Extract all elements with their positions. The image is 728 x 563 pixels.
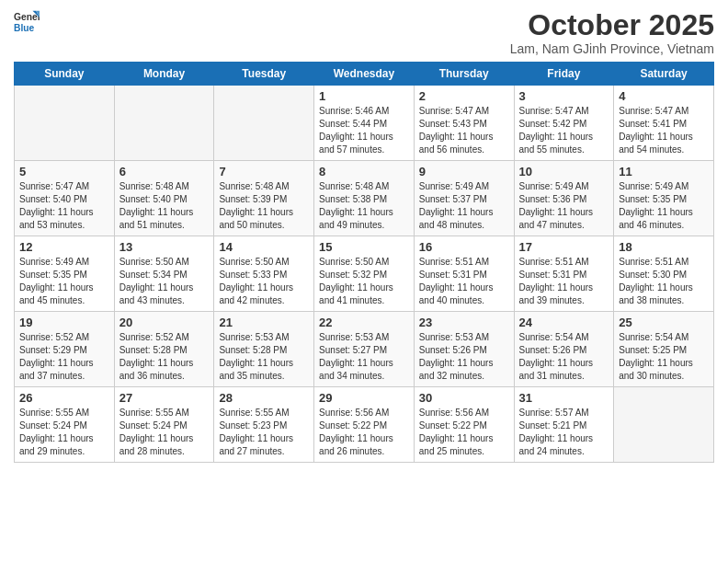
day-number: 27 — [119, 391, 210, 405]
month-title: October 2025 — [510, 9, 714, 41]
day-info: Sunrise: 5:49 AMSunset: 5:37 PMDaylight:… — [419, 180, 509, 232]
calendar-empty-cell — [614, 387, 714, 463]
day-number: 13 — [119, 240, 210, 254]
calendar-day-22: 22Sunrise: 5:53 AMSunset: 5:27 PMDayligh… — [314, 312, 415, 387]
day-number: 1 — [319, 89, 409, 103]
day-number: 2 — [419, 89, 509, 103]
day-number: 15 — [319, 240, 409, 254]
calendar-day-20: 20Sunrise: 5:52 AMSunset: 5:28 PMDayligh… — [114, 312, 214, 387]
weekday-header-row: SundayMondayTuesdayWednesdayThursdayFrid… — [15, 63, 714, 86]
calendar-day-23: 23Sunrise: 5:53 AMSunset: 5:26 PMDayligh… — [414, 312, 514, 387]
day-number: 14 — [219, 240, 309, 254]
day-info: Sunrise: 5:49 AMSunset: 5:36 PMDaylight:… — [519, 180, 609, 232]
day-number: 28 — [219, 391, 309, 405]
day-number: 16 — [419, 240, 509, 254]
calendar-week-row: 19Sunrise: 5:52 AMSunset: 5:29 PMDayligh… — [15, 312, 714, 387]
day-number: 21 — [219, 316, 309, 329]
day-number: 7 — [219, 165, 309, 178]
calendar-empty-cell — [114, 86, 214, 161]
day-number: 10 — [519, 165, 609, 178]
day-number: 24 — [519, 316, 609, 329]
calendar-day-12: 12Sunrise: 5:49 AMSunset: 5:35 PMDayligh… — [15, 236, 115, 312]
calendar-day-4: 4Sunrise: 5:47 AMSunset: 5:41 PMDaylight… — [614, 86, 714, 161]
day-number: 5 — [19, 165, 109, 178]
weekday-header-thursday: Thursday — [414, 63, 514, 86]
day-info: Sunrise: 5:54 AMSunset: 5:26 PMDaylight:… — [519, 331, 609, 383]
day-info: Sunrise: 5:57 AMSunset: 5:21 PMDaylight:… — [519, 407, 609, 458]
day-info: Sunrise: 5:52 AMSunset: 5:29 PMDaylight:… — [19, 331, 109, 383]
day-number: 11 — [619, 165, 709, 178]
weekday-header-friday: Friday — [514, 63, 614, 86]
day-info: Sunrise: 5:53 AMSunset: 5:26 PMDaylight:… — [419, 331, 509, 383]
weekday-header-saturday: Saturday — [614, 63, 714, 86]
day-info: Sunrise: 5:56 AMSunset: 5:22 PMDaylight:… — [419, 407, 509, 458]
day-info: Sunrise: 5:50 AMSunset: 5:32 PMDaylight:… — [319, 256, 409, 307]
calendar-day-7: 7Sunrise: 5:48 AMSunset: 5:39 PMDaylight… — [214, 161, 314, 236]
calendar-day-3: 3Sunrise: 5:47 AMSunset: 5:42 PMDaylight… — [514, 86, 614, 161]
day-number: 18 — [619, 240, 709, 254]
day-info: Sunrise: 5:49 AMSunset: 5:35 PMDaylight:… — [619, 180, 709, 232]
calendar-week-row: 12Sunrise: 5:49 AMSunset: 5:35 PMDayligh… — [15, 236, 714, 312]
day-number: 8 — [319, 165, 409, 178]
calendar-day-5: 5Sunrise: 5:47 AMSunset: 5:40 PMDaylight… — [15, 161, 115, 236]
calendar-day-24: 24Sunrise: 5:54 AMSunset: 5:26 PMDayligh… — [514, 312, 614, 387]
day-info: Sunrise: 5:47 AMSunset: 5:43 PMDaylight:… — [419, 105, 509, 156]
calendar-day-30: 30Sunrise: 5:56 AMSunset: 5:22 PMDayligh… — [414, 387, 514, 463]
svg-text:Blue: Blue — [14, 23, 35, 33]
calendar-day-9: 9Sunrise: 5:49 AMSunset: 5:37 PMDaylight… — [414, 161, 514, 236]
day-number: 17 — [519, 240, 609, 254]
calendar-day-1: 1Sunrise: 5:46 AMSunset: 5:44 PMDaylight… — [314, 86, 415, 161]
calendar-week-row: 26Sunrise: 5:55 AMSunset: 5:24 PMDayligh… — [15, 387, 714, 463]
day-info: Sunrise: 5:51 AMSunset: 5:31 PMDaylight:… — [419, 256, 509, 307]
title-area: October 2025 Lam, Nam GJinh Province, Vi… — [510, 9, 714, 56]
day-info: Sunrise: 5:52 AMSunset: 5:28 PMDaylight:… — [119, 331, 210, 383]
day-number: 31 — [519, 391, 609, 405]
weekday-header-monday: Monday — [114, 63, 214, 86]
weekday-header-tuesday: Tuesday — [214, 63, 314, 86]
day-info: Sunrise: 5:47 AMSunset: 5:40 PMDaylight:… — [19, 180, 109, 232]
day-number: 3 — [519, 89, 609, 103]
calendar-day-10: 10Sunrise: 5:49 AMSunset: 5:36 PMDayligh… — [514, 161, 614, 236]
day-number: 25 — [619, 316, 709, 329]
calendar-day-18: 18Sunrise: 5:51 AMSunset: 5:30 PMDayligh… — [614, 236, 714, 312]
day-number: 6 — [119, 165, 210, 178]
calendar-week-row: 5Sunrise: 5:47 AMSunset: 5:40 PMDaylight… — [15, 161, 714, 236]
day-number: 9 — [419, 165, 509, 178]
day-info: Sunrise: 5:50 AMSunset: 5:34 PMDaylight:… — [119, 256, 210, 307]
calendar-empty-cell — [214, 86, 314, 161]
day-info: Sunrise: 5:51 AMSunset: 5:31 PMDaylight:… — [519, 256, 609, 307]
day-number: 19 — [19, 316, 109, 329]
calendar-day-16: 16Sunrise: 5:51 AMSunset: 5:31 PMDayligh… — [414, 236, 514, 312]
day-number: 12 — [19, 240, 109, 254]
day-number: 23 — [419, 316, 509, 329]
calendar-empty-cell — [15, 86, 115, 161]
day-info: Sunrise: 5:46 AMSunset: 5:44 PMDaylight:… — [319, 105, 409, 156]
day-number: 29 — [319, 391, 409, 405]
calendar-day-31: 31Sunrise: 5:57 AMSunset: 5:21 PMDayligh… — [514, 387, 614, 463]
day-info: Sunrise: 5:48 AMSunset: 5:40 PMDaylight:… — [119, 180, 210, 232]
day-info: Sunrise: 5:50 AMSunset: 5:33 PMDaylight:… — [219, 256, 309, 307]
day-info: Sunrise: 5:54 AMSunset: 5:25 PMDaylight:… — [619, 331, 709, 383]
day-info: Sunrise: 5:56 AMSunset: 5:22 PMDaylight:… — [319, 407, 409, 458]
calendar-week-row: 1Sunrise: 5:46 AMSunset: 5:44 PMDaylight… — [15, 86, 714, 161]
calendar-day-2: 2Sunrise: 5:47 AMSunset: 5:43 PMDaylight… — [414, 86, 514, 161]
calendar-day-15: 15Sunrise: 5:50 AMSunset: 5:32 PMDayligh… — [314, 236, 415, 312]
calendar-day-29: 29Sunrise: 5:56 AMSunset: 5:22 PMDayligh… — [314, 387, 415, 463]
calendar-table: SundayMondayTuesdayWednesdayThursdayFrid… — [14, 62, 714, 463]
day-number: 30 — [419, 391, 509, 405]
calendar-day-17: 17Sunrise: 5:51 AMSunset: 5:31 PMDayligh… — [514, 236, 614, 312]
calendar-day-13: 13Sunrise: 5:50 AMSunset: 5:34 PMDayligh… — [114, 236, 214, 312]
day-info: Sunrise: 5:48 AMSunset: 5:39 PMDaylight:… — [219, 180, 309, 232]
day-info: Sunrise: 5:53 AMSunset: 5:28 PMDaylight:… — [219, 331, 309, 383]
weekday-header-wednesday: Wednesday — [314, 63, 415, 86]
day-info: Sunrise: 5:47 AMSunset: 5:42 PMDaylight:… — [519, 105, 609, 156]
day-info: Sunrise: 5:53 AMSunset: 5:27 PMDaylight:… — [319, 331, 409, 383]
page-header: General Blue October 2025 Lam, Nam GJinh… — [14, 9, 714, 56]
day-number: 4 — [619, 89, 709, 103]
logo-icon: General Blue — [14, 9, 40, 35]
day-info: Sunrise: 5:55 AMSunset: 5:24 PMDaylight:… — [119, 407, 210, 458]
logo: General Blue — [14, 9, 40, 35]
day-info: Sunrise: 5:48 AMSunset: 5:38 PMDaylight:… — [319, 180, 409, 232]
calendar-day-6: 6Sunrise: 5:48 AMSunset: 5:40 PMDaylight… — [114, 161, 214, 236]
calendar-day-14: 14Sunrise: 5:50 AMSunset: 5:33 PMDayligh… — [214, 236, 314, 312]
